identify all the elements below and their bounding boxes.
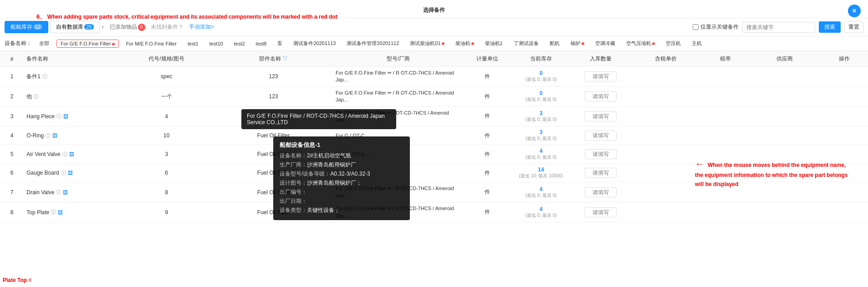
col-header-qty: 入库数量	[571, 51, 630, 67]
filter-aircon[interactable]: 空调冷藏	[592, 39, 619, 48]
image-icon[interactable]: 🖼	[69, 151, 74, 157]
filter-diesel[interactable]: 柴油机	[452, 39, 478, 48]
image-icon[interactable]: 🖼	[52, 133, 57, 138]
stock-value: 14	[514, 166, 568, 173]
cell-qty[interactable]	[571, 182, 630, 202]
qty-input[interactable]	[585, 149, 617, 159]
info-icon[interactable]: ⓘ	[34, 93, 39, 100]
info-icon[interactable]: ⓘ	[56, 113, 61, 120]
cell-tax	[701, 106, 749, 126]
equip-row-4: 设计图号：沙洲青岛船用锅炉厂；	[280, 179, 403, 187]
col-header-price: 含税单价	[630, 51, 702, 67]
manual-add-link[interactable]: 手动添加>	[189, 23, 214, 31]
cell-tax	[701, 86, 749, 106]
info-icon[interactable]: ⓘ	[46, 132, 51, 139]
filter-me-fo-fine[interactable]: For M/E F.O.Fine Filter	[123, 40, 180, 47]
cell-qty[interactable]	[571, 164, 630, 182]
stock-value: 4	[514, 148, 568, 154]
spare-parts-table: # 备件名称 代号/规格/图号 部件名称 ▽ 型号/厂商 计量单位 当前库存 入…	[0, 51, 868, 222]
equip-row-5: 出厂编号：	[280, 188, 403, 196]
cell-name: Gauge Board ⓘ 🖼	[24, 164, 119, 182]
cell-name: Top Plate ⓘ 🖼	[24, 202, 119, 222]
qty-input[interactable]	[585, 168, 617, 178]
search-input[interactable]	[742, 22, 815, 33]
equip-row-2: 生产厂商：沙洲青岛船用锅炉厂	[280, 161, 403, 169]
info-icon[interactable]: ⓘ	[42, 73, 47, 80]
filter-test8[interactable]: test8	[252, 40, 271, 47]
filter-test10[interactable]: test10	[206, 40, 227, 47]
equip-row-6: 出厂日期：	[280, 197, 403, 205]
image-icon[interactable]: 🖼	[63, 190, 68, 195]
filter-airvalve[interactable]: 空压机	[662, 39, 684, 48]
filter-all[interactable]: 全部	[36, 39, 53, 48]
col-header-tax: 税率	[701, 51, 749, 67]
cell-stock: 4 (最低 0; 最高 0)	[511, 145, 571, 164]
added-items[interactable]: 已添加物品 0	[106, 21, 149, 33]
cell-unit: 件	[464, 106, 511, 126]
qty-input[interactable]	[585, 187, 617, 197]
filter-diesel1[interactable]: 柴油机1	[481, 39, 506, 48]
qty-input[interactable]	[585, 131, 617, 141]
filter-main[interactable]: 主机	[688, 39, 705, 48]
stock-value: 3	[514, 129, 568, 136]
cell-num: 7	[0, 182, 24, 202]
cell-qty[interactable]	[571, 126, 630, 145]
cell-unit: 件	[464, 182, 511, 202]
info-icon[interactable]: ⓘ	[61, 170, 66, 176]
filter-ge-fo-fine[interactable]: For G/E F.O.Fine Filter	[56, 40, 119, 48]
info-icon[interactable]: ⓘ	[62, 151, 67, 158]
filter-test20201113[interactable]: 测试备件20201113	[290, 39, 339, 48]
critical-checkbox[interactable]	[693, 24, 699, 30]
qty-input[interactable]	[585, 91, 617, 101]
cell-num: 5	[0, 145, 24, 164]
search-button[interactable]: 搜索	[819, 21, 841, 33]
cell-code: 10	[119, 126, 214, 145]
qty-input[interactable]	[585, 111, 617, 121]
cell-code: 6	[119, 164, 214, 182]
filter-aircomp[interactable]: 空气压缩机	[623, 39, 659, 48]
filter-diesel01[interactable]: 测试柴油机01	[406, 39, 448, 48]
image-icon[interactable]: 🖼	[58, 210, 63, 215]
cell-name: 备件1 ⓘ	[24, 67, 119, 87]
cell-num: 1	[0, 67, 24, 87]
filter-test-mgmt[interactable]: 测试备件管理20201112	[343, 39, 403, 48]
close-button[interactable]: ×	[848, 5, 861, 17]
cell-num: 2	[0, 86, 24, 106]
info-icon[interactable]: ⓘ	[56, 189, 61, 196]
cell-qty[interactable]	[571, 86, 630, 106]
cell-unit: 件	[464, 202, 511, 222]
tab-own-database[interactable]: 自有数据库29	[50, 21, 99, 33]
cell-price	[630, 126, 702, 145]
info-icon[interactable]: ⓘ	[51, 209, 56, 216]
equipment-info-popup: 船舶设备信息-1 设备名称：2#主机启动空气瓶 生产厂商：沙洲青岛船用锅炉厂 设…	[273, 136, 410, 220]
reset-button[interactable]: 重置	[844, 21, 863, 33]
filter-test1[interactable]: test1	[184, 40, 202, 47]
stock-value: 3	[514, 110, 568, 116]
stock-hint: (最低 0; 最高 0)	[514, 192, 568, 199]
qty-input[interactable]	[585, 207, 617, 217]
cell-stock: 4 (最低 0; 最高 0)	[511, 202, 571, 222]
annotation-top: When adding spare parts stock, critical …	[36, 13, 337, 21]
cell-qty[interactable]	[571, 202, 630, 222]
cell-qty[interactable]	[571, 145, 630, 164]
cell-qty[interactable]	[571, 67, 630, 87]
cell-code: spec	[119, 67, 214, 87]
filter-test2[interactable]: test2	[230, 40, 249, 47]
qty-input[interactable]	[585, 71, 617, 81]
image-icon[interactable]: 🖼	[63, 114, 68, 119]
tab-ship-inventory[interactable]: 船舶库存12	[5, 21, 48, 33]
cell-stock: 0 (最低 0; 最高 0)	[511, 86, 571, 106]
cell-qty[interactable]	[571, 106, 630, 126]
filter-test7[interactable]: 丁测试设备	[510, 39, 542, 48]
modal-container: 选择备件 × When adding spare parts stock, cr…	[0, 0, 868, 287]
cell-tax	[701, 202, 749, 222]
critical-filter-checkbox[interactable]: 仅显示关键备件	[693, 23, 739, 31]
stock-value: 4	[514, 206, 568, 212]
filter-pump[interactable]: 泵	[274, 39, 286, 48]
image-icon[interactable]: 🖼	[68, 170, 73, 176]
equip-row-1: 设备名称：2#主机启动空气瓶	[280, 152, 403, 160]
cell-price	[630, 202, 702, 222]
filter-boiler[interactable]: 锅炉	[567, 39, 588, 48]
col-header-unit: 计量单位	[464, 51, 511, 67]
filter-rudder[interactable]: 舵机	[546, 39, 563, 48]
